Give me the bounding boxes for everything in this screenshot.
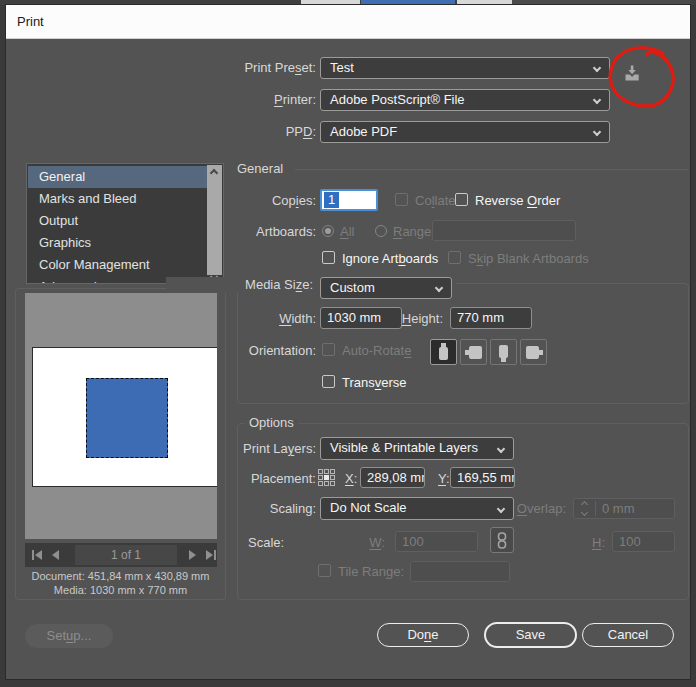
copies-value: 1 [324,192,339,208]
overlap-label: Overlap: [416,501,566,517]
auto-rotate-checkbox[interactable] [322,343,335,356]
previous-page-button[interactable] [52,550,59,560]
media-size-dropdown[interactable]: Custom [320,277,452,299]
overlap-value: 0 mm [602,499,635,518]
print-preset-label: Print Preset: [166,60,316,76]
copies-label: Copies: [166,193,316,209]
transverse-checkbox[interactable] [322,375,335,388]
tile-range-checkbox[interactable] [318,564,331,577]
placement-y-label: Y: [438,471,450,487]
dialog-title: Print [17,14,44,29]
section-divider [295,169,688,170]
reverse-order-checkbox[interactable] [455,193,468,206]
ignore-artboards-label: Ignore Artboards [342,251,438,267]
skip-blank-artboards-checkbox[interactable] [448,251,461,264]
placement-y-input[interactable]: 169,55 mm [450,467,515,488]
chevron-down-icon [435,284,443,292]
tile-range-label: Tile Range: [338,564,404,580]
ignore-artboards-checkbox[interactable] [322,251,335,264]
options-section-title: Options [244,415,299,431]
done-button[interactable]: Done [377,623,469,647]
printer-dropdown[interactable]: Adobe PostScript® File [320,89,610,111]
media-dimensions: Media: 1030 mm x 770 mm [16,583,225,597]
setup-button[interactable]: Setup... [25,624,113,648]
preview-page [32,347,217,487]
artboards-label: Artboards: [166,224,316,240]
skip-blank-artboards-label: Skip Blank Artboards [468,251,589,267]
media-size-label: Media Size: [166,277,318,293]
preview-pager: 1 of 1 [25,543,217,567]
document-size-info: Document: 451,84 mm x 430,89 mm Media: 1… [16,569,225,597]
auto-rotate-label: Auto-Rotate [342,343,411,359]
artboards-range-label: Range: [393,224,435,240]
previous-page-icon [52,550,59,560]
scrollbar-thumb[interactable] [207,165,222,275]
transverse-label: Transverse [342,375,407,391]
chevron-down-icon [593,64,601,72]
ppd-label: PPD: [166,124,316,140]
orientation-landscape-left-button[interactable] [460,339,487,365]
artboards-all-label: All [340,224,354,240]
artboards-range-input[interactable] [432,220,576,241]
reverse-order-label: Reverse Order [475,193,560,209]
last-page-button[interactable] [206,550,216,560]
orientation-label: Orientation: [166,343,316,359]
print-layers-label: Print Layers: [166,441,316,457]
first-page-button[interactable] [32,550,42,560]
print-preset-dropdown[interactable]: Test [320,57,610,79]
sidebar-item-color-management[interactable]: Color Management [28,254,208,276]
placement-x-input[interactable]: 289,08 mm [360,467,425,488]
chevron-down-icon [593,96,601,104]
tile-range-input[interactable] [410,561,510,582]
scale-h-label: H: [455,535,605,551]
page-indicator: 1 of 1 [75,545,177,565]
next-page-icon [189,550,196,560]
printer-label: Printer: [166,92,316,108]
reference-point-center [324,475,329,480]
copies-input[interactable]: 1 [320,189,378,211]
overlap-control[interactable]: 0 mm [573,498,675,519]
stepper-down-icon [581,509,588,516]
dialog-titlebar: Print [6,5,690,39]
scaling-label: Scaling: [166,501,316,517]
save-button[interactable]: Save [484,622,577,648]
general-section-title: General [237,161,283,177]
document-dimensions: Document: 451,84 mm x 430,89 mm [16,569,225,583]
cancel-button[interactable]: Cancel [582,623,674,647]
collate-label: Collate [415,193,455,209]
overlap-stepper[interactable] [579,501,591,517]
print-dialog: Print Print Preset: Test Printer: Adobe … [6,5,690,679]
stepper-up-icon [581,501,588,508]
placement-label: Placement: [166,471,316,487]
last-page-icon [206,550,213,560]
scale-h-input[interactable]: 100 [612,531,675,552]
first-page-icon [35,550,42,560]
print-layers-dropdown[interactable]: Visible & Printable Layers [320,437,514,460]
preview-artwork[interactable] [86,378,168,458]
placement-x-label: X: [345,471,357,487]
scale-w-label: W: [235,535,385,551]
ppd-dropdown[interactable]: Adobe PDF [320,121,610,143]
collate-checkbox[interactable] [395,193,408,206]
sidebar-item-general[interactable]: General [28,166,208,188]
height-label: Height: [293,311,443,327]
artboards-all-radio[interactable] [322,225,334,237]
orientation-portrait-down-button[interactable] [490,339,517,365]
orientation-portrait-up-button[interactable] [430,339,457,365]
artboards-range-radio[interactable] [375,225,387,237]
chevron-down-icon [497,445,505,453]
next-page-button[interactable] [189,550,196,560]
annotation-circle [606,45,682,115]
chevron-down-icon [593,128,601,136]
orientation-landscape-right-button[interactable] [520,339,547,365]
placement-reference-point-grid[interactable] [318,469,335,486]
height-input[interactable]: 770 mm [450,307,532,329]
